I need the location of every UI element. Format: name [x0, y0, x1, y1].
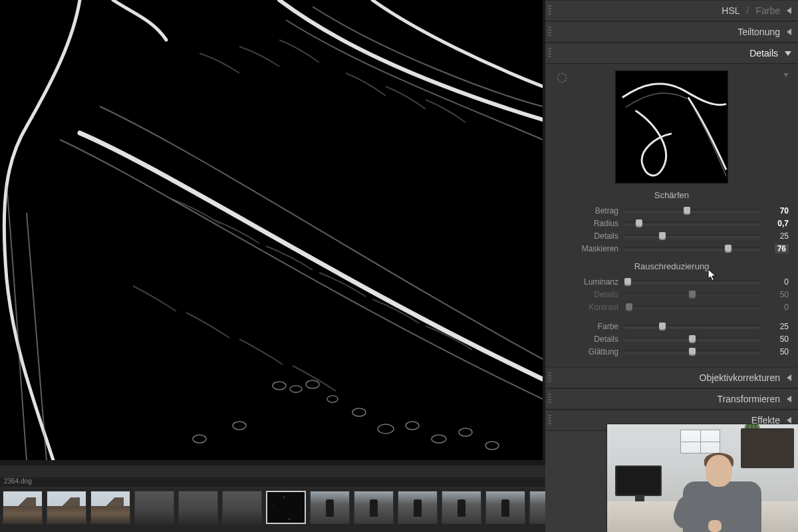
slider-mask[interactable]: Maskieren 76 [555, 242, 789, 255]
panel-hsl-label: HSL [722, 5, 739, 16]
slider-amount-label: Betrag [555, 206, 618, 215]
chevron-down-icon [785, 51, 791, 56]
grip-icon [548, 27, 551, 37]
chevron-left-icon [787, 374, 791, 381]
panel-details[interactable]: Details [545, 43, 798, 64]
slider-color-handle[interactable] [659, 323, 666, 331]
slider-mask-value[interactable]: 76 [766, 244, 789, 253]
slider-sharpen-detail-value[interactable]: 25 [766, 231, 789, 241]
filename-bar: 2364.dng [0, 477, 545, 487]
slider-color-detail-handle[interactable] [689, 335, 696, 343]
slider-color-smooth-value[interactable]: 50 [766, 347, 789, 356]
slider-sharpen-detail-label: Details [555, 231, 618, 241]
filmstrip-thumb[interactable] [222, 491, 262, 524]
slider-mask-label: Maskieren [555, 244, 618, 253]
filmstrip-thumb[interactable] [442, 491, 481, 524]
panel-split-toning[interactable]: Teiltonung [545, 21, 798, 43]
detail-target-icon[interactable] [557, 73, 567, 82]
slider-sharpen-detail[interactable]: Details 25 [555, 229, 789, 242]
slider-color-detail-label: Details [555, 334, 618, 344]
slider-color-smooth-handle[interactable] [689, 348, 696, 356]
webcam-overlay [606, 424, 798, 532]
filmstrip-thumb[interactable] [266, 491, 306, 524]
slider-mask-handle[interactable] [725, 245, 732, 253]
grip-icon [548, 394, 551, 404]
slider-luminance-value[interactable]: 0 [766, 277, 789, 287]
slider-amount-track[interactable] [624, 209, 761, 213]
slider-radius-handle[interactable] [636, 219, 642, 227]
details-panel-body: Schärfen Betrag 70 Radius 0,7 Details 25… [545, 64, 798, 367]
svg-rect-13 [616, 71, 728, 183]
slider-lum-contrast-track[interactable] [624, 305, 761, 309]
filmstrip-thumb[interactable] [3, 491, 43, 524]
slider-sharpen-detail-handle[interactable] [659, 232, 666, 240]
panel-hsl-label2: Farbe [755, 5, 780, 16]
grip-icon [548, 48, 551, 59]
filmstrip-thumb[interactable] [398, 491, 438, 524]
slider-color[interactable]: Farbe 25 [555, 320, 789, 332]
slider-lum-contrast-handle[interactable] [626, 303, 632, 311]
detail-preview-thumbnail[interactable] [615, 70, 728, 184]
panel-details-label: Details [749, 48, 778, 59]
slider-radius-label: Radius [555, 219, 618, 228]
grip-icon [548, 415, 551, 426]
chevron-left-icon [787, 29, 791, 35]
slider-radius-value[interactable]: 0,7 [766, 219, 789, 228]
main-preview-area [0, 0, 545, 466]
slider-mask-track[interactable] [624, 247, 761, 251]
panel-split-label: Teiltonung [737, 27, 780, 37]
slider-color-detail[interactable]: Details 50 [555, 332, 789, 345]
filmstrip-thumb[interactable] [134, 491, 174, 524]
slider-lum-detail-label: Details [555, 290, 618, 299]
noise-title: Rauschreduzierung [555, 261, 789, 271]
slider-lum-detail[interactable]: Details 50 [555, 288, 789, 301]
slider-color-label: Farbe [555, 322, 618, 331]
panel-lens[interactable]: Objektivkorrekturen [545, 367, 798, 388]
slider-lum-contrast[interactable]: Kontrast 0 [555, 301, 789, 313]
slider-lum-detail-value[interactable]: 50 [766, 290, 789, 299]
chevron-left-icon [787, 417, 791, 424]
slider-amount-handle[interactable] [684, 207, 690, 215]
sharpen-title: Schärfen [555, 190, 789, 200]
slider-color-smooth-label: Glättung [555, 347, 618, 356]
preview-svg [0, 0, 543, 460]
filmstrip-thumb[interactable] [90, 491, 130, 524]
slider-color-track[interactable] [624, 325, 761, 329]
filmstrip-thumb[interactable] [354, 491, 394, 524]
slider-color-smooth-track[interactable] [624, 350, 761, 354]
slider-radius[interactable]: Radius 0,7 [555, 217, 789, 229]
filmstrip-thumb[interactable] [529, 491, 545, 524]
filmstrip-thumb[interactable] [178, 491, 218, 524]
slider-color-smooth[interactable]: Glättung 50 [555, 345, 789, 358]
slider-lum-contrast-label: Kontrast [555, 303, 618, 312]
panel-transform-label: Transformieren [718, 394, 780, 404]
filmstrip-thumb[interactable] [485, 491, 525, 524]
slider-luminance-handle[interactable] [624, 278, 631, 286]
image-preview[interactable] [0, 0, 543, 460]
slider-color-detail-value[interactable]: 50 [766, 334, 789, 344]
panel-transform[interactable]: Transformieren [545, 388, 798, 410]
filmstrip-thumb[interactable] [47, 491, 86, 524]
detail-menu-icon[interactable] [783, 73, 789, 77]
slider-color-value[interactable]: 25 [766, 322, 789, 331]
slider-lum-detail-handle[interactable] [689, 291, 696, 299]
slider-color-detail-track[interactable] [624, 337, 761, 341]
slider-lum-contrast-value[interactable]: 0 [766, 303, 789, 312]
filmstrip-thumb[interactable] [310, 491, 350, 524]
grip-icon [548, 372, 551, 383]
slider-amount[interactable]: Betrag 70 [555, 204, 789, 217]
chevron-left-icon [787, 396, 791, 402]
chevron-left-icon [787, 7, 791, 14]
slider-sharpen-detail-track[interactable] [624, 234, 761, 238]
slider-lum-detail-track[interactable] [624, 293, 761, 297]
panel-lens-label: Objektivkorrekturen [700, 372, 780, 383]
filmstrip[interactable] [0, 489, 545, 532]
svg-rect-0 [0, 0, 543, 460]
slider-luminance[interactable]: Luminanz 0 [555, 275, 789, 288]
panel-hsl[interactable]: HSL / Farbe [545, 0, 798, 21]
slider-radius-track[interactable] [624, 221, 761, 225]
slider-luminance-track[interactable] [624, 280, 761, 284]
filename-text: 2364.dng [4, 477, 32, 485]
slider-amount-value[interactable]: 70 [766, 206, 789, 215]
grip-icon [548, 5, 551, 16]
